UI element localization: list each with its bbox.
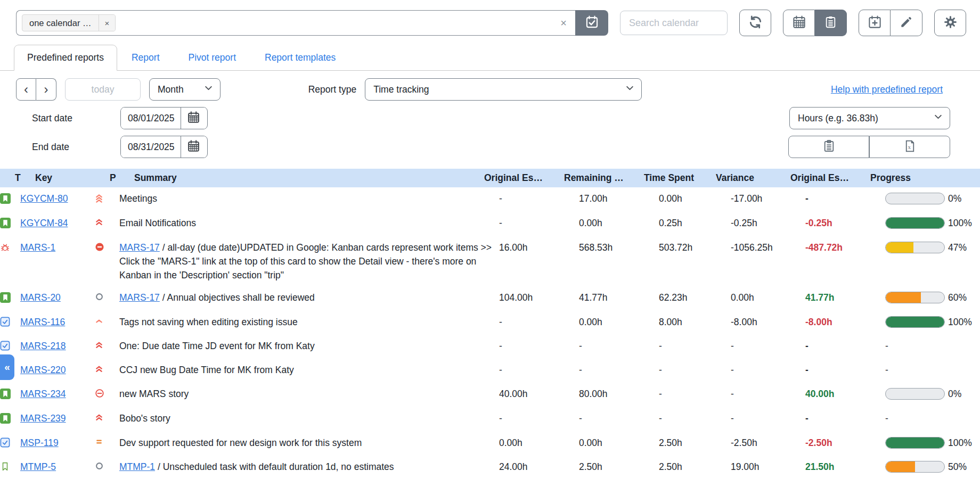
- variance-cell: -8.00h: [731, 315, 805, 329]
- next-period-button[interactable]: ›: [36, 78, 56, 101]
- estimate-delta-value: 41.77h: [805, 292, 834, 303]
- estimate-delta-value: -: [805, 193, 808, 204]
- issue-key-link[interactable]: MARS-220: [20, 365, 66, 375]
- start-date-field: [120, 107, 208, 129]
- tab-pivot-report[interactable]: Pivot report: [174, 45, 250, 70]
- issue-key-link[interactable]: MSP-119: [20, 437, 59, 448]
- calendar-icon: [187, 111, 200, 126]
- time-spent-cell-value: -: [659, 341, 662, 351]
- chip-remove-button[interactable]: ×: [99, 15, 116, 31]
- add-event-button[interactable]: [859, 10, 891, 36]
- refresh-button[interactable]: [739, 10, 771, 36]
- header-time-spent[interactable]: Time Spent: [644, 169, 716, 187]
- progress-label: -: [885, 411, 888, 425]
- progress-label: 60%: [948, 291, 967, 304]
- header-original-estimate-2[interactable]: Original Es…: [790, 169, 870, 187]
- search-calendar-input[interactable]: [620, 11, 728, 35]
- start-date-calendar-button[interactable]: [181, 108, 206, 129]
- issue-key-link[interactable]: MARS-218: [20, 341, 66, 351]
- export-excel-button[interactable]: x: [869, 136, 950, 158]
- original-estimate-cell: -: [499, 411, 579, 425]
- table-body: KGYCM-80Meetings-17.00h0.00h-17.00h-0%KG…: [0, 187, 980, 479]
- summary-issue-link[interactable]: MARS-17: [119, 242, 160, 253]
- header-type[interactable]: T: [15, 169, 35, 187]
- key-cell: MARS-218: [20, 338, 95, 353]
- gear-icon: [943, 15, 958, 31]
- units-select-value: Hours (e.g. 36.83h): [798, 113, 878, 124]
- units-select[interactable]: Hours (e.g. 36.83h): [789, 107, 950, 129]
- story-icon: [0, 389, 11, 399]
- today-button[interactable]: today: [65, 78, 141, 101]
- start-date-input[interactable]: [121, 108, 181, 129]
- header-progress[interactable]: Progress: [870, 169, 965, 187]
- calendar-view-button[interactable]: [783, 10, 815, 36]
- end-date-calendar-button[interactable]: [181, 136, 206, 158]
- table-row: MARS-220CCJ new Bug Date Time for MK fro…: [0, 359, 980, 383]
- top-toolbar: one calendar … × ×: [0, 0, 980, 39]
- original-estimate-cell-value: -: [499, 341, 502, 351]
- issue-key-link[interactable]: MARS-234: [20, 389, 66, 399]
- issue-key-link[interactable]: KGYCM-84: [20, 218, 68, 228]
- original-estimate-cell: -: [499, 191, 579, 205]
- remaining-cell-value: 80.00h: [579, 389, 608, 399]
- prev-period-button[interactable]: ‹: [16, 78, 36, 101]
- calendar-check-icon: [585, 15, 599, 31]
- progress-label: 50%: [948, 460, 967, 474]
- issue-key-link[interactable]: MTMP-5: [20, 461, 56, 472]
- summary-issue-link[interactable]: MARS-17: [119, 292, 160, 303]
- report-view-button[interactable]: [815, 10, 847, 36]
- variance-cell-value: -: [731, 413, 734, 424]
- summary-issue-link[interactable]: MTMP-1: [119, 461, 155, 472]
- remaining-cell-value: -: [579, 365, 582, 375]
- edit-button[interactable]: [891, 10, 922, 36]
- issue-key-link[interactable]: MARS-20: [20, 292, 61, 303]
- header-priority[interactable]: P: [110, 169, 134, 187]
- copy-report-button[interactable]: [788, 136, 869, 158]
- header-remaining[interactable]: Remaining …: [564, 169, 644, 187]
- type-cell: [0, 386, 20, 403]
- report-type-select[interactable]: Time tracking: [365, 78, 642, 101]
- issue-key-link[interactable]: KGYCM-80: [20, 193, 68, 204]
- progress-cell: -: [885, 362, 980, 377]
- view-toggle-group: [783, 10, 847, 36]
- summary-cell: Dev support requested for new design wor…: [119, 435, 499, 450]
- settings-button[interactable]: [934, 10, 966, 36]
- estimate-delta-value: -487.72h: [805, 242, 843, 253]
- original-estimate-cell: 0.00h: [499, 435, 579, 450]
- summary-text: Bobo's story: [119, 413, 170, 424]
- period-select[interactable]: Month: [149, 78, 220, 101]
- calendar-filter-input[interactable]: one calendar … × ×: [16, 10, 575, 36]
- key-cell: KGYCM-84: [20, 216, 95, 230]
- issue-key-link[interactable]: MARS-116: [20, 317, 65, 327]
- tab-predefined-reports[interactable]: Predefined reports: [14, 45, 117, 71]
- issue-key-link[interactable]: MARS-1: [20, 242, 55, 253]
- report-tabs: Predefined reports Report Pivot report R…: [0, 45, 980, 71]
- summary-text: Email Notifications: [119, 218, 196, 228]
- tab-report-templates[interactable]: Report templates: [250, 45, 350, 70]
- variance-cell: -: [731, 411, 805, 425]
- help-predefined-report-link[interactable]: Help with predefined report: [831, 84, 943, 95]
- header-original-estimate[interactable]: Original Es…: [484, 169, 564, 187]
- header-summary[interactable]: Summary: [134, 169, 484, 187]
- priority-cell: [95, 315, 119, 329]
- apply-calendars-button[interactable]: [575, 10, 608, 36]
- variance-cell-value: 19.00h: [731, 461, 760, 472]
- remaining-cell: 80.00h: [579, 386, 659, 401]
- header-variance[interactable]: Variance: [716, 169, 790, 187]
- tab-report[interactable]: Report: [117, 45, 174, 70]
- issue-key-link[interactable]: MARS-239: [20, 413, 66, 424]
- original-estimate-cell-value: -: [499, 317, 502, 327]
- header-key[interactable]: Key: [35, 169, 110, 187]
- remaining-cell-value: 17.00h: [579, 193, 608, 204]
- clear-filter-button[interactable]: ×: [560, 17, 567, 29]
- progress-bar: [885, 292, 945, 303]
- original-estimate-cell: -: [499, 362, 579, 377]
- collapse-panel-button[interactable]: «: [0, 354, 14, 380]
- end-date-input[interactable]: [121, 136, 181, 158]
- refresh-icon: [748, 15, 763, 31]
- variance-cell: -: [731, 362, 805, 377]
- remaining-cell: -: [579, 411, 659, 425]
- progress-cell: 100%: [885, 435, 980, 450]
- original-estimate-cell-value: 24.00h: [499, 461, 528, 472]
- remaining-cell: 41.77h: [579, 290, 659, 304]
